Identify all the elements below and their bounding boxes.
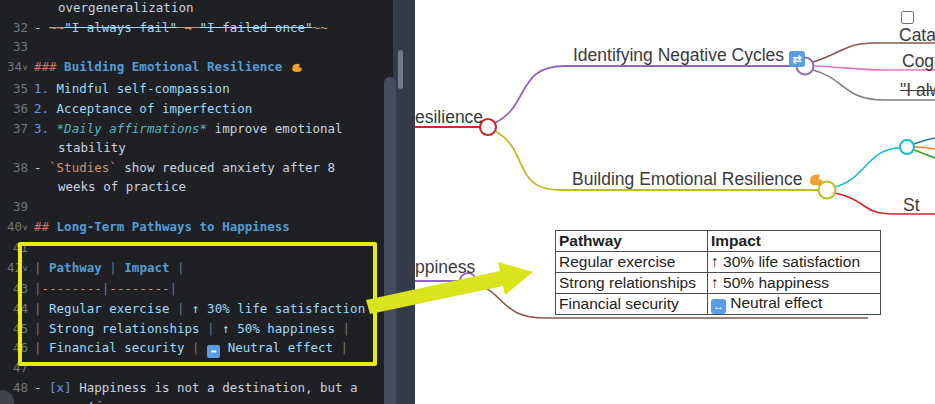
code-line[interactable]: 362. Acceptance of imperfection — [0, 99, 393, 119]
code-line-wrap[interactable]: weeks of practice — [0, 177, 393, 197]
app-window: esilienceIdentifying Negative Cycles ⇄Ca… — [0, 0, 935, 404]
table-cell-impact: ↑ 50% happiness — [708, 273, 881, 294]
node-label-text: Cata — [899, 25, 935, 45]
code-line[interactable]: 40˅## Long-Term Pathways to Happiness — [0, 217, 393, 239]
table-cell-impact: ↔ Neutral effect — [708, 294, 881, 315]
code-line[interactable]: 33 — [0, 37, 393, 57]
branch-identifying-negative-cycles — [495, 66, 796, 123]
node-label-text: Building Emotional Resilience — [572, 169, 803, 189]
node-studies[interactable]: St — [903, 196, 920, 215]
line-number: 34˅ — [0, 57, 28, 80]
code-line[interactable]: 48- [x] Happiness is not a destination, … — [0, 378, 393, 398]
code-line[interactable]: 38- `Studies` show reduced anxiety after… — [0, 158, 393, 178]
node-circle-cyan-child[interactable] — [900, 140, 914, 154]
scrollbar-thumb-small[interactable] — [398, 50, 403, 89]
line-text: ## Long-Term Pathways to Happiness — [34, 217, 290, 239]
line-text: 2. Acceptance of imperfection — [34, 99, 252, 119]
table-row: Regular exercise↑ 30% life satisfaction — [556, 252, 881, 273]
code-line[interactable]: 373. *Daily affirmations* improve emotio… — [0, 119, 393, 139]
code-line[interactable]: 351. Mindful self-compassion — [0, 79, 393, 99]
node-resilience[interactable]: esilience — [415, 108, 483, 127]
line-number: 32 — [0, 18, 28, 38]
table-header-impact: Impact — [708, 231, 881, 252]
line-number: 39 — [0, 197, 28, 217]
repeat-emoji-icon: ⇄ — [789, 51, 805, 67]
table-cell-pathway: Strong relationships — [556, 273, 708, 294]
code-line-wrap[interactable]: stability — [0, 138, 393, 158]
branch-stub-orange — [914, 147, 935, 149]
line-text: practice — [58, 397, 118, 404]
line-number: 36 — [0, 99, 28, 119]
code-line[interactable]: 34˅### Building Emotional Resilience — [0, 57, 393, 80]
task-checkbox-icon[interactable] — [901, 11, 914, 24]
node-identifying-negative-cycles[interactable]: Identifying Negative Cycles ⇄ — [573, 46, 805, 67]
line-text: - `Studies` show reduced anxiety after 8 — [34, 158, 335, 178]
left-right-arrow-emoji-icon: ↔ — [711, 299, 726, 314]
line-text: 3. *Daily affirmations* improve emotiona… — [34, 119, 343, 139]
line-text: - ~~"I always fail" → "I failed once"~~ — [34, 18, 328, 38]
node-catastrophizing[interactable]: Cata — [899, 26, 935, 45]
line-number — [0, 138, 28, 158]
line-text: overgeneralization — [58, 0, 193, 18]
fold-chevron-icon[interactable]: ˅ — [22, 219, 28, 239]
branch-studies — [835, 193, 935, 214]
code-line-wrap[interactable]: overgeneralization — [0, 0, 393, 18]
scrollbar-thumb-large[interactable] — [384, 77, 396, 404]
muscle-emoji-icon — [807, 171, 824, 192]
code-line[interactable]: 32- ~~"I always fail" → "I failed once"~… — [0, 18, 393, 38]
branch-stub-blue — [914, 138, 935, 144]
line-number: 37 — [0, 119, 28, 139]
table-cell-pathway: Financial security — [556, 294, 708, 315]
node-label-text: St — [903, 195, 920, 215]
node-building-emotional-resilience[interactable]: Building Emotional Resilience — [572, 170, 824, 192]
muscle-emoji-icon — [290, 60, 303, 80]
node-label-text: Identifying Negative Cycles — [573, 45, 784, 65]
scrollbar-track[interactable] — [393, 0, 415, 404]
node-i-always-fail[interactable]: "I alw — [900, 81, 935, 100]
node-label-text: "I alw — [900, 80, 935, 100]
fold-chevron-icon[interactable]: ˅ — [22, 59, 28, 79]
table-cell-pathway: Regular exercise — [556, 252, 708, 273]
table-row: Financial security↔ Neutral effect — [556, 294, 881, 315]
line-text: weeks of practice — [58, 177, 186, 197]
branch-cyan-child — [835, 148, 900, 187]
table-cell-impact: ↑ 30% life satisfaction — [708, 252, 881, 273]
node-happiness[interactable]: ppiness — [415, 258, 475, 277]
annotation-highlight-box — [18, 242, 377, 366]
line-text: - [x] Happiness is not a destination, bu… — [34, 378, 358, 398]
node-label-text: Cogn — [902, 51, 935, 71]
table-row: Strong relationships↑ 50% happiness — [556, 273, 881, 294]
line-text: ### Building Emotional Resilience — [34, 57, 303, 80]
node-label-text: esilience — [415, 107, 483, 127]
line-number: 38 — [0, 158, 28, 178]
line-text: stability — [58, 138, 126, 158]
line-number — [0, 0, 28, 18]
node-label-text: ppiness — [415, 257, 475, 277]
rendered-markdown-table: Pathway Impact Regular exercise↑ 30% lif… — [555, 230, 881, 315]
code-line[interactable]: 39 — [0, 197, 393, 217]
line-number — [0, 177, 28, 197]
node-cognitive[interactable]: Cogn — [902, 52, 935, 71]
line-number: 33 — [0, 37, 28, 57]
table-header-pathway: Pathway — [556, 231, 708, 252]
code-line-wrap[interactable]: practice — [0, 397, 393, 404]
line-text: 1. Mindful self-compassion — [34, 79, 230, 99]
branch-stub-green — [914, 150, 935, 158]
line-number: 40˅ — [0, 217, 28, 239]
line-number: 35 — [0, 79, 28, 99]
